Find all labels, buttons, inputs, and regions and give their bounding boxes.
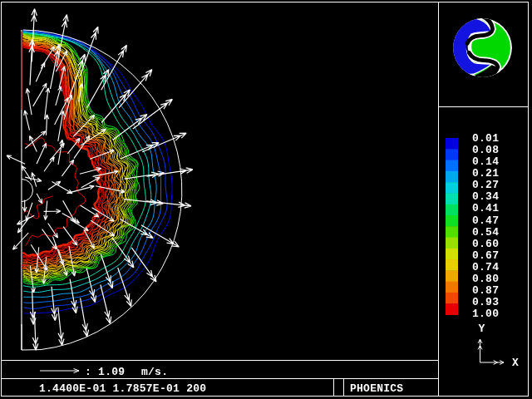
svg-text:0.41: 0.41 bbox=[472, 202, 499, 214]
svg-text:0.74: 0.74 bbox=[472, 261, 499, 273]
svg-text:0.47: 0.47 bbox=[472, 214, 499, 227]
svg-text:0.21: 0.21 bbox=[472, 167, 499, 180]
svg-text:0.87: 0.87 bbox=[472, 284, 499, 297]
svg-text:0.14: 0.14 bbox=[472, 155, 499, 168]
svg-text:0.34: 0.34 bbox=[472, 190, 499, 203]
svg-text:: 1.09: : 1.09 bbox=[85, 366, 125, 378]
svg-text:0.80: 0.80 bbox=[472, 273, 499, 285]
svg-text:1.00: 1.00 bbox=[472, 308, 499, 320]
svg-text:m/s.: m/s. bbox=[141, 366, 168, 378]
svg-text:1.4400E-01 1.7857E-01 200: 1.4400E-01 1.7857E-01 200 bbox=[39, 382, 206, 395]
svg-text:0.54: 0.54 bbox=[472, 226, 499, 239]
svg-text:0.93: 0.93 bbox=[472, 296, 499, 308]
svg-text:0.01: 0.01 bbox=[472, 132, 499, 145]
svg-text:0.27: 0.27 bbox=[472, 179, 499, 191]
svg-text:0.60: 0.60 bbox=[472, 238, 499, 250]
svg-text:0.08: 0.08 bbox=[472, 144, 499, 156]
svg-text:Y: Y bbox=[479, 323, 485, 335]
svg-text:PHOENICS: PHOENICS bbox=[350, 382, 403, 395]
svg-text:X: X bbox=[512, 357, 519, 369]
svg-text:0.67: 0.67 bbox=[472, 249, 499, 262]
